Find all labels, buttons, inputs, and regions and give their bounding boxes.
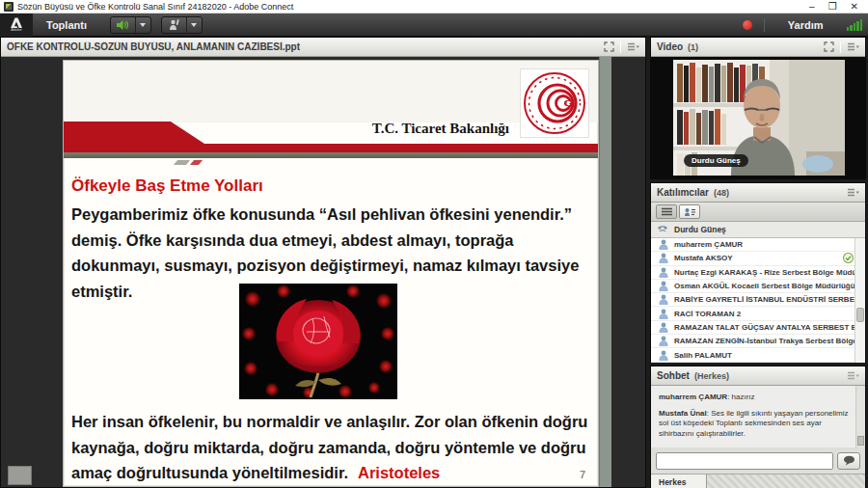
- slide-accent-red: [190, 160, 203, 165]
- chat-message-area: muharrem ÇAMUR: hazırız Mustafa Ünal: Se…: [651, 386, 865, 447]
- ministry-emblem-icon: [523, 71, 586, 135]
- participant-icon: [659, 281, 668, 291]
- ministry-name: T.C. Ticaret Bakanlığı: [372, 121, 509, 137]
- participants-pod-header: Katılımcılar (48): [651, 183, 865, 203]
- send-message-button[interactable]: [837, 452, 860, 470]
- agree-check-icon: [843, 253, 854, 263]
- raise-hand-icon: [168, 18, 180, 31]
- slide-olive-stripe: [64, 152, 598, 158]
- adobe-brand-label: Adobe: [11, 28, 22, 32]
- participant-name: Mustafa AKSOY: [674, 254, 837, 262]
- presentation-scrollbar[interactable]: [599, 57, 611, 487]
- raise-hand-button[interactable]: [162, 17, 187, 33]
- participant-name: RAMAZAN ZENGİN-İstanbul Trakya Serbest B…: [674, 337, 861, 345]
- participants-toolbar: [651, 203, 865, 222]
- chat-pod-title: Sohbet: [657, 370, 690, 381]
- slide-header-band: [64, 61, 598, 122]
- video-pod: Video (1): [650, 37, 866, 179]
- chat-tab-bar: Herkes: [651, 474, 865, 488]
- video-pod-header: Video (1): [651, 38, 865, 57]
- meeting-menu[interactable]: Toplantı: [33, 14, 100, 37]
- slide-paragraph-2: Her insan öfkelenir, bu normaldir ve anl…: [71, 409, 598, 486]
- list-view-button[interactable]: [656, 204, 677, 219]
- adobe-connect-window: Sözün Büyüsü ve Öfke Kontrolü Sanal Sını…: [0, 0, 868, 488]
- video-pod-title: Video: [657, 41, 683, 52]
- participants-count: (48): [714, 188, 729, 198]
- webcam-feed[interactable]: Durdu Güneş: [651, 57, 865, 178]
- host-row[interactable]: Durdu Güneş: [651, 222, 865, 238]
- chat-input[interactable]: [656, 452, 833, 470]
- chat-input-row: [651, 447, 865, 474]
- participant-icon: [659, 253, 668, 263]
- slide-attribution: Aristoteles: [358, 464, 440, 481]
- slide-paragraph-2-text: Her insan öfkelenir, bu normaldir ve anl…: [71, 413, 587, 481]
- participant-icon: [659, 336, 668, 346]
- presentation-pod-header: ÖFKE KONTROLÜ-SÖZÜN BÜYÜSÜ, ANLAMANIN CA…: [1, 38, 645, 57]
- minimize-button[interactable]: –: [809, 2, 815, 12]
- participant-name: RABİYE GAYRETLİ İSTANBUL ENDÜSTRİ SERBES…: [674, 295, 861, 304]
- attendee-card-icon: [684, 207, 696, 217]
- help-menu[interactable]: Yardım: [774, 14, 837, 37]
- raise-hand-dropdown[interactable]: [187, 17, 202, 33]
- participant-name: Osman AKGÜL Kocaeli Serbest Bölge Müdürl…: [674, 282, 861, 290]
- connection-signal-icon[interactable]: [847, 19, 863, 31]
- presentation-title: ÖFKE KONTROLÜ-SÖZÜN BÜYÜSÜ, ANLAMANIN CA…: [7, 41, 300, 52]
- chat-tab-everyone[interactable]: Herkes: [651, 474, 707, 488]
- speaker-button[interactable]: [111, 17, 136, 33]
- fullscreen-icon[interactable]: [604, 41, 614, 52]
- speaker-icon: [116, 19, 129, 31]
- participant-row[interactable]: RAMAZAN ZENGİN-İstanbul Trakya Serbest B…: [651, 335, 865, 348]
- close-button[interactable]: ✕: [851, 2, 858, 12]
- participant-row[interactable]: Mustafa AKSOY: [651, 252, 865, 265]
- fullscreen-icon[interactable]: [824, 41, 834, 52]
- slide-red-stripe: [64, 144, 598, 152]
- recording-indicator-icon[interactable]: [743, 20, 752, 30]
- participants-pod: Katılımcılar (48): [650, 182, 866, 363]
- participants-list: muharrem ÇAMUR Mustafa AKSOY Nurtaç Ezgi…: [651, 238, 865, 363]
- chat-message: muharrem ÇAMUR: hazırız: [659, 393, 852, 403]
- pod-menu-icon[interactable]: [847, 188, 859, 197]
- pod-menu-icon[interactable]: [627, 42, 639, 51]
- slide[interactable]: T.C. Ticaret Bakanlığı Öfkeyle Baş Etme …: [63, 60, 599, 487]
- pod-menu-icon[interactable]: [847, 371, 859, 380]
- chevron-down-icon: [191, 23, 197, 27]
- chat-text: hazırız: [732, 393, 755, 401]
- pod-menu-icon[interactable]: [847, 42, 859, 51]
- slide-accent-gray: [174, 160, 190, 165]
- speech-bubble-icon: [843, 455, 855, 466]
- speaker-dropdown[interactable]: [136, 17, 150, 33]
- participants-scrollbar[interactable]: [854, 238, 865, 363]
- participant-row[interactable]: RAMAZAN TALAT GÜÇSAV ANTALYA SERBEST BÖL…: [651, 321, 865, 335]
- participant-row[interactable]: Salih PALAMUT: [651, 348, 865, 362]
- rose-image: [239, 284, 397, 399]
- attendee-status-view-button[interactable]: [679, 204, 700, 219]
- slide-red-ribbon: [64, 122, 204, 144]
- chat-scope: (Herkes): [694, 371, 729, 381]
- host-name: Durdu Güneş: [674, 225, 726, 234]
- maximize-button[interactable]: ❐: [828, 2, 837, 12]
- chat-scrollbar[interactable]: [855, 386, 865, 447]
- window-title: Sözün Büyüsü ve Öfke Kontrolü Sanal Sını…: [17, 2, 809, 12]
- raise-hand-button-group: [161, 16, 203, 34]
- menu-bar: Adobe Toplantı: [0, 14, 868, 37]
- chevron-down-icon: [140, 23, 146, 27]
- participant-name: muharrem ÇAMUR: [674, 240, 861, 249]
- participant-row[interactable]: RACİ TORAMAN 2: [651, 307, 865, 320]
- app-icon: [4, 2, 14, 12]
- list-view-icon: [661, 207, 673, 216]
- participant-row[interactable]: RABİYE GAYRETLİ İSTANBUL ENDÜSTRİ SERBES…: [651, 293, 865, 307]
- ministry-logo: [520, 68, 589, 138]
- participant-row[interactable]: Nurtaç Ezgi KARAKAŞ - Rize Serbest Bölge…: [651, 266, 865, 280]
- participant-icon: [659, 294, 668, 305]
- presentation-scroll-corner[interactable]: [8, 466, 32, 485]
- video-name-tag: Durdu Güneş: [684, 154, 748, 167]
- participants-scroll-thumb[interactable]: [856, 308, 864, 322]
- participant-row[interactable]: Osman AKGÜL Kocaeli Serbest Bölge Müdürl…: [651, 280, 865, 293]
- chat-author: Mustafa Ünal: [659, 409, 707, 418]
- chat-pod: Sohbet (Herkes) muharrem ÇAMUR: hazırız …: [650, 366, 866, 488]
- participant-name: RACİ TORAMAN 2: [674, 310, 861, 318]
- adobe-logo: Adobe: [0, 14, 33, 37]
- participant-row[interactable]: muharrem ÇAMUR: [651, 238, 865, 252]
- chat-scroll-thumb[interactable]: [857, 436, 864, 446]
- chat-author: muharrem ÇAMUR: [659, 393, 727, 401]
